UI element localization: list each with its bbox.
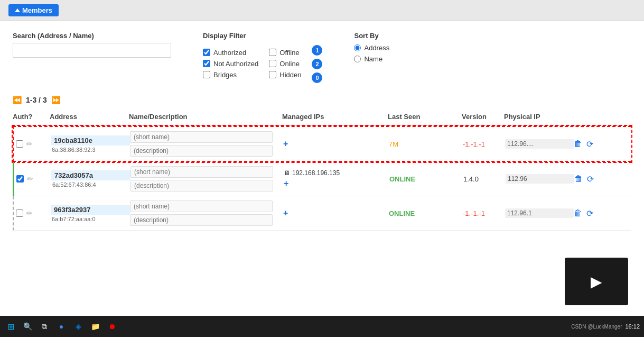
desc-input-2[interactable] [130, 180, 273, 192]
short-name-input-3[interactable] [130, 201, 273, 212]
short-name-input-1[interactable] [130, 131, 273, 143]
address-cell-3: 963f3a2937 6a:b7:72:aa:aa:0 [51, 205, 130, 222]
filter-offline: Offline [269, 49, 301, 57]
sort-address: Address [354, 44, 389, 52]
filter-bridges: Bridges [203, 71, 258, 79]
lastseen-cell-2: ONLINE [389, 175, 463, 183]
filter-online: Online [269, 60, 301, 68]
config-button-1[interactable]: ⟳ [586, 139, 593, 149]
filter-options: Authorized Not Authorized Bridges [203, 44, 322, 83]
sort-address-radio[interactable] [354, 44, 361, 51]
config-button-2[interactable]: ⟳ [587, 174, 594, 184]
name-cell-2 [130, 166, 284, 192]
desc-input-3[interactable] [130, 214, 273, 226]
auth-checkbox-3[interactable] [16, 210, 23, 217]
windows-logo-icon[interactable]: ⊞ [4, 320, 17, 328]
header-name: Name/Description [129, 113, 282, 121]
filter-hidden: Hidden [269, 71, 301, 79]
ips-cell-1: + [283, 139, 389, 149]
ip-item: 🖥 192.168.196.135 [284, 169, 389, 177]
table-header: Auth? Address Name/Description Managed I… [13, 113, 631, 126]
lastseen-cell-3: ONLINE [389, 210, 463, 217]
authorized-checkbox[interactable] [203, 49, 210, 56]
offline-badge: 1 [312, 45, 322, 56]
record-icon[interactable]: ⏺ [106, 320, 118, 328]
hidden-checkbox[interactable] [269, 71, 276, 78]
sort-address-label: Address [364, 44, 389, 52]
ips-cell-2: 🖥 192.168.196.135 + [284, 169, 389, 188]
edit-icon-3[interactable]: ✏ [26, 209, 33, 217]
physical-cell-2: 112.96 [506, 174, 574, 184]
table-row: ✏ 963f3a2937 6a:b7:72:aa:aa:0 + ONLINE -… [13, 196, 631, 231]
clock: 16:12 [625, 323, 640, 328]
header-actions [573, 113, 604, 121]
config-button-3[interactable]: ⟳ [586, 208, 593, 218]
actions-cell-2: 🗑 ⟳ [574, 174, 606, 184]
header-version: Version [462, 113, 504, 121]
filters-row: Search (Address / Name) Display Filter A… [13, 32, 631, 83]
not-authorized-checkbox[interactable] [203, 60, 210, 67]
authorized-label: Authorized [213, 49, 246, 57]
bridges-label: Bridges [213, 71, 237, 79]
arrow-up-icon [15, 8, 20, 12]
search-section: Search (Address / Name) [13, 32, 171, 58]
members-button[interactable]: Members [8, 4, 59, 16]
address-cell-1: 19cba8110e 6a:38:86:38:92:3 [51, 135, 130, 153]
actions-cell-3: 🗑 ⟳ [574, 208, 605, 218]
edit-icon-1[interactable]: ✏ [26, 140, 33, 148]
auth-cell-1: ✏ [14, 140, 51, 148]
address-sub-1: 6a:38:86:38:92:3 [51, 147, 130, 153]
add-ip-button-3[interactable]: + [283, 208, 389, 218]
add-ip-button-2[interactable]: + [284, 179, 389, 188]
online-checkbox[interactable] [269, 60, 276, 67]
taskbar: ⊞ 🔍 ⧉ ● ◈ 📁 ⏺ CSDN @LuckManger 16:12 [0, 316, 644, 328]
header-ips: Managed IPs [282, 113, 388, 121]
physical-cell-1: 112.96.... [505, 139, 574, 149]
short-name-input-2[interactable] [130, 166, 273, 178]
table-row: ✏ 732ad3057a 6a:52:67:43:86:4 🖥 192.168.… [13, 162, 631, 196]
delete-button-3[interactable]: 🗑 [574, 208, 582, 218]
hidden-badge: 0 [312, 72, 322, 83]
actions-cell-1: 🗑 ⟳ [574, 139, 605, 149]
header-physical: Physical IP [504, 113, 573, 121]
version-cell-1: -1.-1.-1 [463, 140, 505, 148]
search-taskbar-icon[interactable]: 🔍 [21, 320, 34, 328]
bridges-checkbox[interactable] [203, 71, 210, 78]
members-table: Auth? Address Name/Description Managed I… [13, 113, 631, 231]
desc-input-1[interactable] [130, 145, 273, 157]
offline-checkbox[interactable] [269, 49, 276, 56]
auth-checkbox-2[interactable] [16, 175, 24, 183]
edit-icon-2[interactable]: ✏ [27, 175, 33, 183]
edge-icon[interactable]: ◈ [72, 320, 85, 328]
file-explorer-icon[interactable]: 📁 [89, 320, 101, 328]
video-overlay[interactable]: ▶ [565, 258, 628, 305]
auth-cell-2: ✏ [14, 175, 51, 183]
sort-name-radio[interactable] [354, 56, 361, 62]
delete-button-1[interactable]: 🗑 [574, 139, 582, 149]
next-page-button[interactable]: ⏩ [51, 96, 60, 104]
chrome-icon[interactable]: ● [55, 320, 68, 328]
search-input[interactable] [13, 43, 171, 58]
hidden-label: Hidden [279, 71, 301, 79]
add-ip-button-1[interactable]: + [283, 139, 389, 149]
version-cell-2: 1.4.0 [463, 175, 506, 183]
not-authorized-label: Not Authorized [213, 60, 258, 68]
auth-cell-3: ✏ [14, 209, 51, 217]
prev-page-button[interactable]: ⏪ [13, 96, 22, 104]
taskbar-left: ⊞ 🔍 ⧉ ● ◈ 📁 ⏺ [4, 320, 118, 328]
delete-button-2[interactable]: 🗑 [574, 174, 583, 184]
task-view-icon[interactable]: ⧉ [38, 320, 51, 328]
sort-by-title: Sort By [354, 32, 389, 40]
play-button[interactable]: ▶ [591, 273, 602, 290]
lastseen-cell-1: 7M [389, 140, 463, 148]
main-content: Search (Address / Name) Display Filter A… [0, 21, 644, 328]
ips-cell-3: + [283, 208, 389, 218]
header-lastseen: Last Seen [388, 113, 462, 121]
top-bar: Members [0, 0, 644, 21]
table-row: ✏ 19cba8110e 6a:38:86:38:92:3 + 7M -1.-1… [13, 126, 631, 162]
auth-checkbox-1[interactable] [16, 140, 23, 148]
online-badge: 2 [312, 59, 322, 69]
filter-not-authorized: Not Authorized [203, 60, 258, 68]
sort-by-section: Sort By Address Name [354, 32, 389, 63]
sort-name: Name [354, 55, 389, 63]
